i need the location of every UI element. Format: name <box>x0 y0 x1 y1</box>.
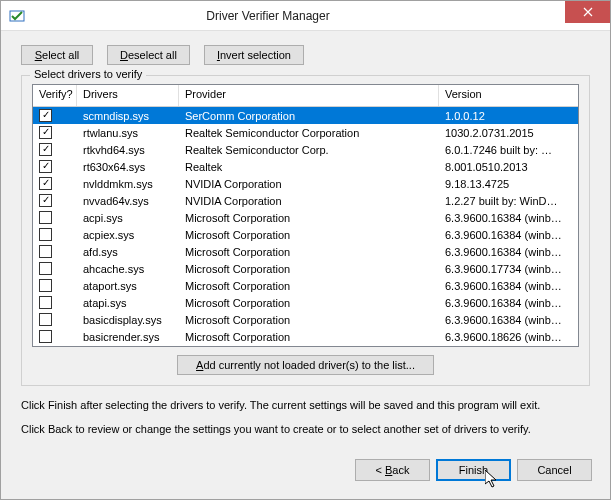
groupbox-label: Select drivers to verify <box>30 68 146 80</box>
provider-cell: NVIDIA Corporation <box>179 178 439 190</box>
verify-cell <box>33 109 77 122</box>
verify-cell <box>33 262 77 275</box>
table-row[interactable]: basicdisplay.sysMicrosoft Corporation6.3… <box>33 311 578 328</box>
driver-cell: rt630x64.sys <box>77 161 179 173</box>
table-row[interactable]: nvvad64v.sysNVIDIA Corporation1.2.27 bui… <box>33 192 578 209</box>
verify-cell <box>33 313 77 326</box>
version-cell: 6.3.9600.16384 (winb… <box>439 229 578 241</box>
version-cell: 6.3.9600.16384 (winb… <box>439 280 578 292</box>
verify-checkbox[interactable] <box>39 296 52 309</box>
listview-header: Verify? Drivers Provider Version <box>33 85 578 107</box>
col-header-verify[interactable]: Verify? <box>33 85 77 106</box>
verify-checkbox[interactable] <box>39 194 52 207</box>
verify-cell <box>33 279 77 292</box>
cancel-button[interactable]: Cancel <box>517 459 592 481</box>
content-area: Select all Deselect all Invert selection… <box>1 31 610 449</box>
verify-checkbox[interactable] <box>39 177 52 190</box>
provider-cell: Realtek Semiconductor Corporation <box>179 127 439 139</box>
table-row[interactable]: ataport.sysMicrosoft Corporation6.3.9600… <box>33 277 578 294</box>
provider-cell: Microsoft Corporation <box>179 229 439 241</box>
table-row[interactable]: atapi.sysMicrosoft Corporation6.3.9600.1… <box>33 294 578 311</box>
table-row[interactable]: acpi.sysMicrosoft Corporation6.3.9600.16… <box>33 209 578 226</box>
driver-cell: acpiex.sys <box>77 229 179 241</box>
version-cell: 6.3.9600.16384 (winb… <box>439 212 578 224</box>
deselect-all-button[interactable]: Deselect all <box>107 45 190 65</box>
verify-checkbox[interactable] <box>39 313 52 326</box>
driver-cell: acpi.sys <box>77 212 179 224</box>
provider-cell: NVIDIA Corporation <box>179 195 439 207</box>
info-text: Click Finish after selecting the drivers… <box>21 396 590 439</box>
info-line-1: Click Finish after selecting the drivers… <box>21 396 590 415</box>
provider-cell: Realtek <box>179 161 439 173</box>
verify-cell <box>33 245 77 258</box>
table-row[interactable]: basicrender.sysMicrosoft Corporation6.3.… <box>33 328 578 345</box>
table-row[interactable]: acpiex.sysMicrosoft Corporation6.3.9600.… <box>33 226 578 243</box>
col-header-provider[interactable]: Provider <box>179 85 439 106</box>
table-row[interactable]: rtkvhd64.sysRealtek Semiconductor Corp.6… <box>33 141 578 158</box>
provider-cell: Realtek Semiconductor Corp. <box>179 144 439 156</box>
drivers-groupbox: Select drivers to verify Verify? Drivers… <box>21 75 590 386</box>
version-cell: 6.3.9600.16384 (winb… <box>439 246 578 258</box>
verify-checkbox[interactable] <box>39 109 52 122</box>
table-row[interactable]: nvlddmkm.sysNVIDIA Corporation9.18.13.47… <box>33 175 578 192</box>
close-button[interactable] <box>565 1 610 23</box>
verify-checkbox[interactable] <box>39 126 52 139</box>
version-cell: 6.3.9600.16384 (winb… <box>439 297 578 309</box>
invert-selection-button[interactable]: Invert selection <box>204 45 304 65</box>
provider-cell: Microsoft Corporation <box>179 331 439 343</box>
version-cell: 6.3.9600.17734 (winb… <box>439 263 578 275</box>
verify-checkbox[interactable] <box>39 228 52 241</box>
verify-checkbox[interactable] <box>39 279 52 292</box>
driver-cell: rtwlanu.sys <box>77 127 179 139</box>
table-row[interactable]: afd.sysMicrosoft Corporation6.3.9600.163… <box>33 243 578 260</box>
col-header-drivers[interactable]: Drivers <box>77 85 179 106</box>
verify-cell <box>33 126 77 139</box>
verify-cell <box>33 296 77 309</box>
driver-cell: rtkvhd64.sys <box>77 144 179 156</box>
provider-cell: Microsoft Corporation <box>179 212 439 224</box>
window-title: Driver Verifier Manager <box>0 9 565 23</box>
table-row[interactable]: rtwlanu.sysRealtek Semiconductor Corpora… <box>33 124 578 141</box>
verify-cell <box>33 143 77 156</box>
verify-checkbox[interactable] <box>39 330 52 343</box>
driver-cell: nvvad64v.sys <box>77 195 179 207</box>
driver-cell: nvlddmkm.sys <box>77 178 179 190</box>
provider-cell: Microsoft Corporation <box>179 263 439 275</box>
table-row[interactable]: beep.sysMicrosoft Corporation6.3.9600.16… <box>33 345 578 346</box>
table-row[interactable]: rt630x64.sysRealtek8.001.0510.2013 <box>33 158 578 175</box>
verify-checkbox[interactable] <box>39 143 52 156</box>
driver-listview[interactable]: Verify? Drivers Provider Version scmndis… <box>32 84 579 347</box>
provider-cell: Microsoft Corporation <box>179 280 439 292</box>
version-cell: 1.2.27 built by: WinD… <box>439 195 578 207</box>
version-cell: 9.18.13.4725 <box>439 178 578 190</box>
wizard-footer: < Back Finish Cancel <box>1 449 610 499</box>
table-row[interactable]: scmndisp.sysSerComm Corporation1.0.0.12 <box>33 107 578 124</box>
driver-cell: afd.sys <box>77 246 179 258</box>
verify-checkbox[interactable] <box>39 211 52 224</box>
verify-cell <box>33 160 77 173</box>
listview-body[interactable]: scmndisp.sysSerComm Corporation1.0.0.12r… <box>33 107 578 346</box>
table-row[interactable]: ahcache.sysMicrosoft Corporation6.3.9600… <box>33 260 578 277</box>
finish-button[interactable]: Finish <box>436 459 511 481</box>
verify-cell <box>33 211 77 224</box>
verify-cell <box>33 228 77 241</box>
verify-checkbox[interactable] <box>39 160 52 173</box>
verify-cell <box>33 177 77 190</box>
version-cell: 8.001.0510.2013 <box>439 161 578 173</box>
provider-cell: Microsoft Corporation <box>179 297 439 309</box>
provider-cell: Microsoft Corporation <box>179 314 439 326</box>
version-cell: 6.0.1.7246 built by: … <box>439 144 578 156</box>
verify-cell <box>33 330 77 343</box>
verify-checkbox[interactable] <box>39 245 52 258</box>
col-header-version[interactable]: Version <box>439 85 578 106</box>
window: Driver Verifier Manager Select all Desel… <box>0 0 611 500</box>
select-all-button[interactable]: Select all <box>21 45 93 65</box>
add-drivers-button[interactable]: Add currently not loaded driver(s) to th… <box>177 355 434 375</box>
verify-checkbox[interactable] <box>39 262 52 275</box>
back-button[interactable]: < Back <box>355 459 430 481</box>
driver-cell: basicdisplay.sys <box>77 314 179 326</box>
driver-cell: atapi.sys <box>77 297 179 309</box>
version-cell: 1030.2.0731.2015 <box>439 127 578 139</box>
driver-cell: ataport.sys <box>77 280 179 292</box>
add-button-row: Add currently not loaded driver(s) to th… <box>32 355 579 375</box>
